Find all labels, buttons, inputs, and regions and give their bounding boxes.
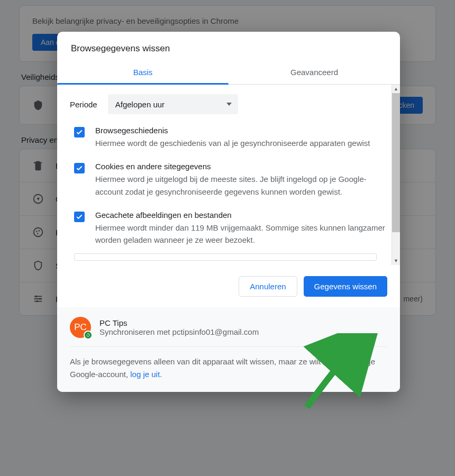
check-icon: [76, 164, 83, 172]
scroll-down-icon[interactable]: ▼: [392, 257, 400, 265]
scrollbar[interactable]: ▲ ▼: [392, 85, 400, 265]
confirm-button[interactable]: Gegevens wissen: [304, 276, 387, 297]
avatar: PC: [70, 317, 91, 338]
scroll-thumb[interactable]: [392, 93, 400, 232]
check-icon: [76, 213, 83, 221]
sync-icon: [86, 333, 90, 337]
option-title: Cookies en andere sitegegevens: [95, 162, 385, 171]
period-label: Periode: [70, 100, 97, 109]
account-sync: Synchroniseren met pctipsinfo01@gmail.co…: [99, 327, 259, 336]
period-row: Periode Afgelopen uur: [70, 94, 387, 114]
sync-badge: [84, 331, 93, 340]
option-title: Gecachete afbeeldingen en bestanden: [95, 210, 385, 219]
cancel-button[interactable]: Annuleren: [239, 276, 297, 297]
checkbox-cache[interactable]: [74, 212, 85, 222]
footnote-text-a: Als je browsegegevens alleen van dit app…: [70, 357, 375, 378]
clear-data-dialog: Browsegegevens wissen Basis Geavanceerd …: [57, 32, 400, 392]
period-value: Afgelopen uur: [115, 100, 165, 109]
option-cache: Gecachete afbeeldingen en bestanden Hier…: [74, 210, 385, 246]
checkbox-cookies[interactable]: [74, 163, 85, 173]
logout-link[interactable]: log je uit: [130, 370, 160, 379]
period-dropdown[interactable]: Afgelopen uur: [108, 94, 238, 114]
option-desc: Hiermee wordt minder dan 119 MB vrijgema…: [95, 222, 385, 246]
dialog-tabs: Basis Geavanceerd: [57, 61, 400, 85]
footnote: Als je browsegegevens alleen van dit app…: [70, 347, 387, 380]
tab-advanced[interactable]: Geavanceerd: [229, 61, 400, 84]
account-name: PC Tips: [99, 318, 259, 327]
dialog-actions: Annuleren Gegevens wissen: [57, 265, 400, 307]
dialog-title: Browsegegevens wissen: [57, 32, 400, 61]
checkbox-history[interactable]: [74, 127, 85, 138]
tab-basic[interactable]: Basis: [57, 61, 229, 84]
footnote-text-b: .: [160, 370, 162, 379]
option-title: Browsegeschiedenis: [95, 126, 370, 135]
scroll-track[interactable]: [392, 93, 400, 257]
chevron-down-icon: [226, 103, 232, 106]
option-cookies: Cookies en andere sitegegevens Hiermee w…: [74, 162, 385, 198]
option-history: Browsegeschiedenis Hiermee wordt de gesc…: [74, 126, 385, 149]
option-desc: Hiermee word je uitgelogd bij de meeste …: [95, 173, 385, 198]
option-desc: Hiermee wordt de geschiedenis van al je …: [95, 137, 370, 149]
check-icon: [76, 129, 83, 136]
dialog-scroll-area: Periode Afgelopen uur Browsegeschiedenis…: [57, 85, 392, 265]
extra-cutoff-box: [74, 253, 377, 261]
account-panel: PC PC Tips Synchroniseren met pctipsinfo…: [57, 307, 400, 392]
scroll-up-icon[interactable]: ▲: [392, 85, 400, 93]
